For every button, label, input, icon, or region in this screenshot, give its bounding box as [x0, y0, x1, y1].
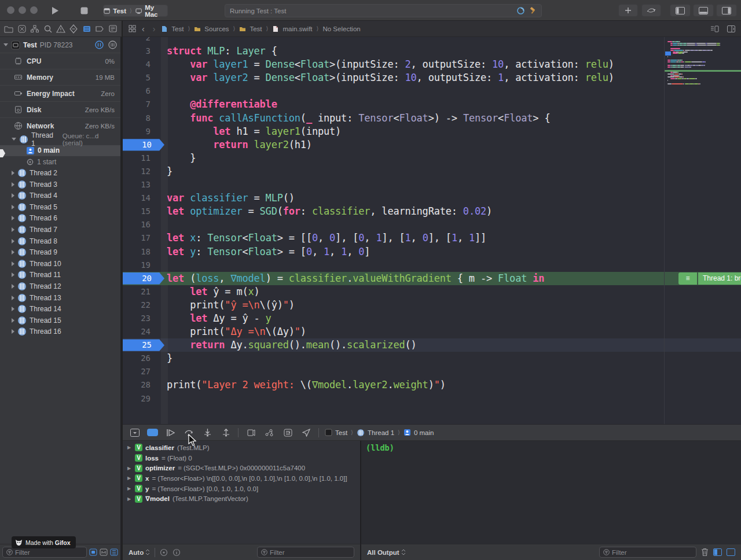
close-window-icon[interactable] [7, 6, 14, 14]
process-row[interactable]: Test PID 78223 [0, 37, 120, 53]
code-line[interactable]: 16 [123, 218, 741, 231]
navigator-tab-project[interactable] [4, 24, 13, 34]
disclosure-triangle-icon[interactable]: ▶ [127, 445, 132, 450]
variable-row[interactable]: ▶Voptimizer= (SGD<Test.MLP>) 0x000000011… [123, 463, 360, 473]
code-line[interactable]: 27 [123, 365, 741, 378]
disclosure-triangle-icon[interactable]: ▶ [127, 486, 132, 491]
editor-options-icon[interactable] [727, 25, 735, 32]
code-line[interactable]: 6 [123, 84, 741, 98]
thread-row[interactable]: Thread 5 [0, 201, 120, 213]
code-line[interactable]: 28print("Layer 2 weight: \(∇model.layer2… [123, 378, 741, 392]
code-line[interactable]: 14var classifier = MLP() [123, 191, 741, 205]
variables-filter-field[interactable]: Filter [257, 547, 354, 558]
debug-jump-thread[interactable]: Thread 1 [368, 429, 394, 436]
navigator-tab-symbol[interactable] [30, 24, 39, 34]
quicklook-icon[interactable] [160, 548, 168, 557]
code-line[interactable]: 4 var layer1 = Dense<Float>(inputSize: 2… [123, 58, 741, 71]
pause-process-icon[interactable] [95, 40, 104, 49]
code-line[interactable]: 26} [123, 352, 741, 365]
show-console-view-icon[interactable] [727, 548, 735, 556]
disclosure-triangle-icon[interactable]: ▶ [127, 466, 132, 471]
code-line[interactable]: 29 [123, 392, 741, 406]
library-button[interactable] [618, 4, 638, 17]
toggle-debug-area-button[interactable] [693, 4, 714, 17]
filter-breakpoints-icon[interactable] [89, 548, 97, 556]
variables-scope-dropdown[interactable]: Auto [129, 549, 150, 556]
variable-row[interactable]: ▶Vy= (Tensor<Float>) [0.0, 1.0, 1.0, 0.0… [123, 484, 360, 494]
stack-frame-row[interactable]: 0 main [0, 145, 120, 156]
thread-row[interactable]: Thread 11 [0, 270, 120, 281]
code-line[interactable]: 13 [123, 178, 741, 191]
breakpoints-toggle-button[interactable] [147, 429, 158, 436]
navigator-tab-find[interactable] [43, 24, 53, 34]
thread-row[interactable]: Thread 7 [0, 224, 120, 235]
code-line[interactable]: 2 [123, 37, 741, 45]
breadcrumb-file[interactable]: main.swift [283, 25, 312, 32]
editor-minimap[interactable] [664, 37, 741, 424]
debug-memory-graph-button[interactable] [263, 428, 276, 438]
gauge-row-network[interactable]: NetworkZero KB/s [0, 117, 120, 134]
thread-row[interactable]: Thread 13 [0, 292, 120, 304]
filter-running-icon[interactable] [110, 548, 118, 556]
code-line[interactable]: 20let (loss, ∇model) = classifier.valueW… [123, 272, 741, 285]
variable-row[interactable]: Vloss= (Float) 0 [123, 453, 360, 463]
simulate-location-button[interactable] [300, 428, 313, 438]
variable-row[interactable]: ▶Vclassifier(Test.MLP) [123, 443, 360, 453]
code-line[interactable]: 24 print("Δy =\n\(Δy)") [123, 325, 741, 338]
editor-mode-button[interactable] [641, 4, 661, 17]
continue-button[interactable] [164, 428, 177, 438]
console-filter-field[interactable]: Filter [599, 547, 696, 558]
hide-debug-area-button[interactable] [129, 428, 141, 438]
code-line[interactable]: 5 var layer2 = Dense<Float>(inputSize: 1… [123, 71, 741, 84]
navigator-tab-source-control[interactable] [17, 24, 27, 34]
debug-jump-process[interactable]: Test [335, 429, 347, 436]
console-view[interactable]: (lldb) [360, 441, 741, 544]
thread-row[interactable]: Thread 6 [0, 213, 120, 224]
disclosure-triangle-icon[interactable]: ▶ [127, 476, 132, 481]
thread-row[interactable]: Thread 9 [0, 246, 120, 258]
gauge-row-disk[interactable]: DiskZero KB/s [0, 101, 120, 117]
thread-row[interactable]: Thread 4 [0, 190, 120, 201]
navigator-tab-issue[interactable] [56, 24, 65, 34]
breakpoint-badge[interactable]: 25 [123, 338, 164, 352]
debug-jump-frame[interactable]: 0 main [414, 429, 434, 436]
clear-console-trash-icon[interactable] [701, 548, 709, 557]
code-line[interactable]: 25 return Δy.squared().mean().scalarized… [123, 338, 741, 352]
thread-row[interactable]: Thread 2 [0, 167, 120, 179]
code-line[interactable]: 15let optimizer = SGD(for: classifier, l… [123, 205, 741, 218]
code-line[interactable]: 23 let Δy = ŷ - y [123, 312, 741, 325]
gauge-row-cpu[interactable]: CPU0% [0, 53, 120, 69]
navigator-tab-report[interactable] [108, 24, 118, 34]
stack-frame-row[interactable]: 1 start [0, 156, 120, 167]
back-button[interactable]: ‹ [140, 24, 147, 34]
source-editor[interactable]: 23struct MLP: Layer {4 var layer1 = Dens… [123, 37, 741, 424]
thread-row[interactable]: Thread 3 [0, 179, 120, 190]
navigator-tab-debug[interactable] [82, 24, 91, 34]
stop-button[interactable] [76, 5, 91, 17]
run-button[interactable] [47, 5, 63, 17]
variable-row[interactable]: ▶V∇model(Test.MLP.TangentVector) [123, 493, 360, 504]
filter-crashed-icon[interactable] [100, 548, 108, 556]
code-line[interactable]: 17let x: Tensor<Float> = [[0, 0], [0, 1]… [123, 231, 741, 245]
code-line[interactable]: 19 [123, 259, 741, 272]
code-line[interactable]: 22 print("ŷ =\n\(ŷ)") [123, 299, 741, 312]
thread-row[interactable]: Thread 16 [0, 326, 120, 338]
related-items-icon[interactable] [129, 25, 136, 32]
gauge-row-memory[interactable]: Memory19 MB [0, 69, 120, 85]
thread-row[interactable]: Thread 10 [0, 258, 120, 270]
toggle-inspectors-button[interactable] [716, 4, 737, 17]
thread-row[interactable]: Thread 8 [0, 235, 120, 247]
variable-row[interactable]: ▶Vx= (Tensor<Float>) \n[[0.0, 0.0],\n [0… [123, 473, 360, 484]
toggle-navigator-button[interactable] [670, 4, 691, 17]
step-out-button[interactable] [219, 428, 232, 438]
view-process-gauge-icon[interactable] [108, 40, 117, 49]
info-icon[interactable] [173, 548, 181, 557]
thread-row[interactable]: Thread 1Queue: c...d (serial) [0, 134, 120, 145]
variables-view[interactable]: ▶Vclassifier(Test.MLP)Vloss= (Float) 0▶V… [123, 441, 360, 544]
code-line[interactable]: 12} [123, 165, 741, 178]
breakpoint-badge[interactable]: 10 [123, 138, 164, 152]
thread-row[interactable]: Thread 14 [0, 303, 120, 315]
code-line[interactable]: 3struct MLP: Layer { [123, 45, 741, 58]
zoom-window-icon[interactable] [30, 6, 38, 14]
thread-row[interactable]: Thread 12 [0, 281, 120, 292]
